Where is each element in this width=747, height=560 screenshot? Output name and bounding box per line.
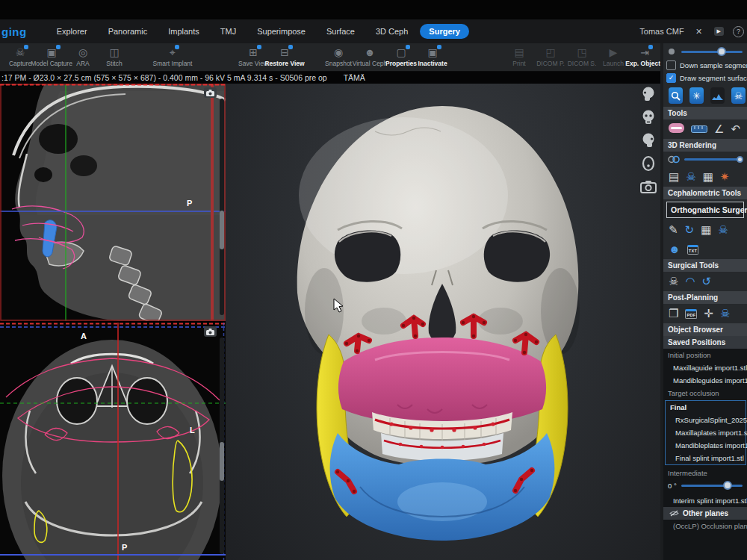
ara-button[interactable]: ◎ ARA [67,46,99,67]
tab-superimpose[interactable]: Superimpose [248,24,314,39]
snapshot-button[interactable]: ◉ Snapshot [323,46,354,67]
restore-view-button[interactable]: ⊟ Restore View [269,46,300,67]
tree-item-final-splint[interactable]: Final splint import1.stl [666,452,746,464]
rendering-opacity-slider[interactable] [663,152,747,167]
smart-implant-button[interactable]: ⌖ Smart Implant [157,46,188,67]
dicom-print-button[interactable]: ◰ DICOM P. [535,46,566,67]
tree-item-rx-surgical-splint[interactable]: RxSurgicalSplint_202502 [666,414,746,426]
face-profile-icon[interactable]: ☻ [669,243,681,256]
segmented-skull-icon[interactable]: ☠ [686,170,695,184]
inactivate-button[interactable]: ▣ Inactivate [417,46,448,67]
intermediate-slider-row[interactable]: 0 ° [663,479,747,494]
virtual-ceph-icon: ☻ [365,46,376,59]
measurement-table-icon[interactable]: ▦ [701,223,711,237]
smart-implant-icon: ⌖ [170,46,176,59]
checkbox-checked[interactable]: ✓ [666,73,676,83]
tree-item-mandibleplates[interactable]: Mandibleplates import1. [666,439,746,452]
txt-report-icon[interactable]: TXT [687,245,698,255]
color-star-icon[interactable]: ✷ [720,170,730,184]
move-rotate-icon[interactable]: ↺ [702,275,712,288]
preset-panel-icon[interactable]: ▤ [669,170,679,184]
denture-tool-icon[interactable] [669,122,684,136]
print-button[interactable]: ▤ Print [503,46,535,67]
group-intermediate[interactable]: Intermediate [663,467,747,479]
report-pages-icon[interactable]: ❐ [669,307,678,320]
segment-icon [668,48,677,55]
model-capture-button[interactable]: ▣ Model Capture [36,46,67,67]
intermediate-slider[interactable] [681,485,743,487]
sagittal-snapshot-button[interactable] [204,87,217,98]
model-capture-icon: ▣ [46,46,56,59]
properties-button[interactable]: ▢ Properties [385,46,417,67]
zoom-tool-button[interactable] [669,87,683,104]
skull-top-view-icon[interactable] [639,155,657,172]
application-window: ging Explorer Panoramic Implants TMJ Sup… [0,0,747,560]
viewport-3d[interactable] [226,84,660,560]
segment-opacity-slider[interactable] [663,43,747,59]
tree-item-occlusion-plane[interactable]: (OccLP) Occlusion plane, [663,520,747,532]
tab-explorer[interactable]: Explorer [48,24,96,39]
tab-surface[interactable]: Surface [317,24,364,39]
sagittal-scrollbar[interactable] [220,99,224,315]
video-tutorial-icon[interactable]: ▶ [714,27,724,36]
skull-front-view-icon[interactable] [639,108,657,126]
screw-icon[interactable]: ✛ [704,307,713,320]
skull-right-view-icon[interactable] [639,131,657,149]
splint-icon[interactable]: ◠ [685,275,695,288]
skull-left-view-icon[interactable] [639,85,657,103]
group-final[interactable]: Final [666,401,746,414]
virtual-ceph-button[interactable]: ☻ Virtual Ceph [354,46,385,67]
plate-skull-icon[interactable]: ☠ [720,307,730,320]
downsample-checkbox-row[interactable]: Down sample segment s [663,59,747,72]
close-icon[interactable]: ✕ [693,27,705,37]
ceph-skull-icon[interactable]: ☠ [718,223,728,237]
launch-icon: ▶ [610,46,618,59]
export-objects-button[interactable]: ⇥ Exp. Objects [629,46,660,67]
tree-item-maxillaplates[interactable]: Maxillaplates import1.stl [666,426,746,439]
tree-item-mandibleguides[interactable]: Mandibleguides import1 [663,374,747,387]
tree-item-maxillaguide[interactable]: Maxillaguide import1.stl [663,361,747,374]
scan-tag: TÄMÄ [344,73,365,82]
tab-implants[interactable]: Implants [159,24,208,39]
help-icon[interactable]: ? [733,26,744,37]
final-position-group[interactable]: Final RxSurgicalSplint_202502 Maxillapla… [665,400,746,465]
orientation-label-left: L [190,426,195,435]
capture-icon: ☠ [16,46,25,59]
export-objects-icon: ⇥ [640,46,649,59]
dicom-send-button[interactable]: ◳ DICOM S. [566,46,598,67]
axial-snapshot-button[interactable] [204,326,217,337]
stitch-button[interactable]: ◫ Stitch [99,46,130,67]
viewport-camera-icon[interactable] [639,178,657,196]
histogram-tool-button[interactable] [710,87,725,104]
snapshot-icon: ◉ [334,46,343,59]
axial-view[interactable]: A L P [0,323,226,560]
link-toggle-icon[interactable] [668,155,680,164]
ceph-icons-row-2: ☻ TXT [663,240,747,259]
tracing-pen-icon[interactable]: ✎ [669,223,678,237]
ceph-mode-dropdown[interactable]: Orthognathic Surgery [666,202,744,218]
draw-surface-checkbox-row[interactable]: ✓ Draw segment surface [663,72,747,84]
tree-item-interim-splint[interactable]: Interim splint import1.stl [663,494,747,507]
group-initial-position[interactable]: Initial position [663,349,747,361]
clipping-tool-button[interactable]: ✳ [689,87,704,104]
tab-3d-ceph[interactable]: 3D Ceph [367,24,417,39]
tab-panoramic[interactable]: Panoramic [99,24,157,39]
visibility-eye-off-icon[interactable] [669,510,679,517]
ruler-tool-icon[interactable] [691,122,707,136]
undo-tool-icon[interactable]: ↶ [731,122,740,136]
tab-surgery[interactable]: Surgery [420,24,469,39]
auto-rotate-icon[interactable]: ↻ [685,223,695,237]
render-settings-button[interactable]: ☠ [731,87,746,104]
axial-scrollbar[interactable] [220,337,224,554]
voxel-grid-icon[interactable]: ▦ [703,170,713,184]
launch-button[interactable]: ▶ Launch [598,46,629,67]
checkbox-unchecked[interactable] [666,60,676,70]
group-target-occlusion[interactable]: Target occlusion [663,387,747,399]
orientation-label-anterior: A [81,332,87,340]
angle-tool-icon[interactable]: ∠ [714,122,724,136]
osteotomy-skull-icon[interactable]: ☠ [669,275,678,288]
pdf-export-icon[interactable]: PDF [685,309,697,319]
sagittal-view[interactable]: P [0,84,226,321]
group-other-planes[interactable]: Other planes [663,507,747,520]
tab-tmj[interactable]: TMJ [211,24,245,39]
